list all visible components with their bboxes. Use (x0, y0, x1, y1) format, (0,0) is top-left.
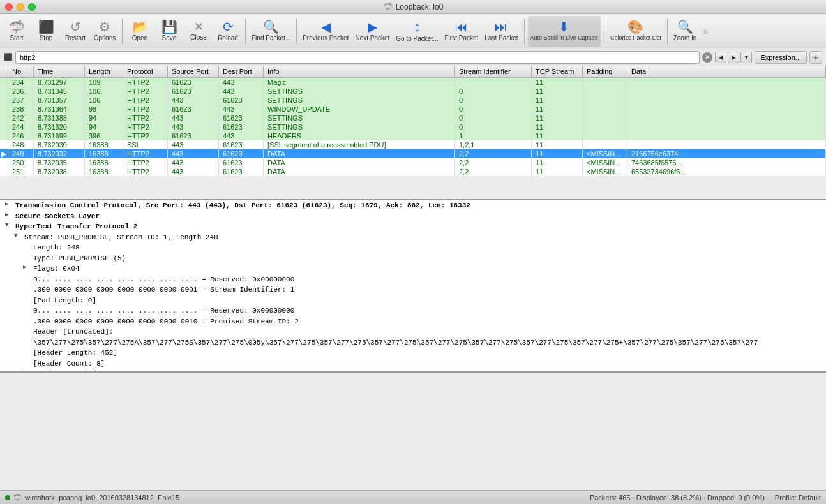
table-row[interactable]: 2508.73203516388HTTP244361623DATA2,211<M… (0, 158, 826, 167)
col-header-sport[interactable]: Source Port (168, 66, 219, 77)
detail-line-stream_push[interactable]: ▼Stream: PUSH_PROMISE, Stream ID: 1, Len… (0, 232, 826, 243)
cell-time: 8.731388 (34, 114, 85, 122)
detail-line-reserved2[interactable]: 0... .... .... .... .... .... .... .... … (0, 306, 826, 316)
profile-info: Profile: Default (775, 494, 821, 501)
cell-time: 8.731357 (34, 96, 85, 105)
cell-stream: 0 (455, 96, 532, 105)
table-row[interactable]: 2368.731345106HTTP261623443SETTINGS011 (0, 87, 826, 96)
table-row[interactable]: 2468.731699396HTTP261623443HEADERS111 (0, 131, 826, 140)
cell-tcp: 11 (532, 149, 583, 158)
start-button[interactable]: 🦈 Start (3, 16, 31, 47)
cell-data (627, 131, 826, 140)
dropped-count: Dropped: 0 (0.0%) (707, 494, 765, 501)
restart-button[interactable]: ↺ Restart (61, 16, 89, 47)
cell-sport: 443 (168, 158, 219, 167)
detail-text-tcp: Transmission Control Protocol, Src Port:… (15, 200, 821, 211)
options-icon: ⚙ (99, 20, 110, 33)
cell-proto: HTTP2 (123, 96, 168, 105)
maximize-button[interactable] (28, 3, 36, 11)
last-label: Last Packet (484, 34, 518, 41)
first-icon: ⏮ (455, 20, 468, 33)
cell-dport: 443 (219, 87, 264, 96)
detail-line-streamid1[interactable]: .000 0000 0000 0000 0000 0000 0000 0001 … (0, 285, 826, 295)
cell-info: [SSL segment of a reassembled PDU] (264, 140, 455, 149)
cell-data (627, 96, 826, 105)
filter-next-arrow[interactable]: ▶ (728, 52, 739, 63)
detail-line-padlen[interactable]: [Pad Length: 0] (0, 295, 826, 306)
cell-time: 8.732032 (34, 149, 85, 158)
find-packet-button[interactable]: 🔍 Find Packet... (249, 16, 293, 47)
table-row[interactable]: 2488.73203016388SSL44361623[SSL segment … (0, 140, 826, 149)
close-button[interactable] (5, 3, 13, 11)
filter-clear-button[interactable]: ✕ (702, 52, 712, 63)
last-packet-button[interactable]: ⏭ Last Packet (482, 16, 520, 47)
col-header-info[interactable]: Info (264, 66, 455, 77)
minimize-button[interactable] (17, 3, 24, 11)
stop-button[interactable]: ⬛ Stop (32, 16, 60, 47)
table-row[interactable]: ▶2498.73203216388HTTP244361623DATA2,211<… (0, 149, 826, 158)
detail-line-h_method[interactable]: ▶Header: :method: GET (0, 369, 826, 373)
filter-dropdown[interactable]: ▼ (740, 52, 752, 63)
detail-line-http2[interactable]: ▼HyperText Transfer Protocol 2 (0, 221, 826, 232)
detail-line-headerlen[interactable]: [Header Length: 452] (0, 348, 826, 359)
next-packet-button[interactable]: ▶ Next Packet (352, 16, 392, 47)
save-button[interactable]: 💾 Save (155, 16, 183, 47)
table-row[interactable]: 2348.731297109HTTP261623443Magic11 (0, 77, 826, 87)
colorize-button[interactable]: 🎨 Colorize Packet List (608, 16, 664, 47)
shark-icon: 🦈 (383, 2, 393, 11)
table-row[interactable]: 2428.73138894HTTP244361623SETTINGS011 (0, 114, 826, 122)
open-icon: 📂 (132, 20, 148, 33)
table-row[interactable]: 2518.73203816388HTTP244361623DATA2,211<M… (0, 167, 826, 176)
add-filter-button[interactable]: + (809, 51, 822, 64)
cell-data (627, 114, 826, 122)
col-header-tcp[interactable]: TCP Stream (532, 66, 583, 77)
statusbar: 🦈 wireshark_pcapng_lo0_20160328134812_Eb… (0, 490, 826, 504)
table-row[interactable]: 2388.73136498HTTP261623443WINDOW_UPDATE0… (0, 105, 826, 114)
first-packet-button[interactable]: ⏮ First Packet (442, 16, 481, 47)
autoscroll-button[interactable]: ⬇ Auto Scroll in Live Capture (528, 16, 601, 47)
detail-line-header_trunc[interactable]: Header [truncated]: \357\277\275\357\277… (0, 327, 826, 348)
filter-prev-arrow[interactable]: ◀ (715, 52, 726, 63)
col-header-len[interactable]: Length (85, 66, 123, 77)
detail-text-header_trunc: Header [truncated]: \357\277\275\357\277… (33, 327, 821, 348)
detail-line-flags[interactable]: ▶Flags: 0x04 (0, 263, 826, 274)
reload-button[interactable]: ⟳ Reload (214, 16, 242, 47)
detail-line-tcp[interactable]: ▶Transmission Control Protocol, Src Port… (0, 200, 826, 211)
filter-input[interactable] (15, 51, 700, 64)
cell-tcp: 11 (532, 167, 583, 176)
stop-icon: ⬛ (38, 20, 54, 33)
detail-line-ssl[interactable]: ▶Secure Sockets Layer (0, 211, 826, 222)
reload-icon: ⟳ (223, 20, 234, 33)
open-button[interactable]: 📂 Open (126, 16, 154, 47)
close-file-button[interactable]: ✕ Close (184, 16, 213, 47)
col-header-no[interactable]: No. (8, 66, 34, 77)
cell-padding (583, 140, 627, 149)
table-row[interactable]: 2378.731357106HTTP244361623SETTINGS011 (0, 96, 826, 105)
col-header-data[interactable]: Data (627, 66, 826, 77)
zoomin-button[interactable]: 🔍 Zoom In (671, 16, 700, 47)
options-button[interactable]: ⚙ Options (91, 16, 119, 47)
col-header-stream[interactable]: Stream Identifier (455, 66, 532, 77)
col-header-proto[interactable]: Protocol (123, 66, 168, 77)
col-header-time[interactable]: Time (34, 66, 85, 77)
detail-line-length[interactable]: Length: 248 (0, 242, 826, 253)
overflow-indicator[interactable]: » (700, 24, 710, 39)
prev-packet-button[interactable]: ◀ Previous Packet (300, 16, 351, 47)
detail-line-reserved1[interactable]: 0... .... .... .... .... .... .... .... … (0, 274, 826, 285)
col-header-padding[interactable]: Padding (583, 66, 627, 77)
expression-button[interactable]: Expression... (755, 51, 807, 64)
cell-no: 237 (8, 96, 34, 105)
row-arrow (0, 77, 8, 87)
col-header-dport[interactable]: Dest Port (219, 66, 264, 77)
row-arrow (0, 96, 8, 105)
separator-2 (245, 19, 246, 44)
detail-line-promisedstream[interactable]: .000 0000 0000 0000 0000 0000 0000 0010 … (0, 316, 826, 327)
cell-stream: 0 (455, 122, 532, 131)
detail-text-length: Length: 248 (33, 242, 821, 253)
detail-line-type[interactable]: Type: PUSH_PROMISE (5) (0, 253, 826, 264)
ready-indicator (5, 495, 10, 500)
table-row[interactable]: 2448.73162094HTTP244361623SETTINGS011 (0, 122, 826, 131)
goto-packet-button[interactable]: ↕ Go to Packet... (393, 16, 440, 47)
cell-tcp: 11 (532, 114, 583, 122)
detail-line-headercount[interactable]: [Header Count: 8] (0, 359, 826, 369)
